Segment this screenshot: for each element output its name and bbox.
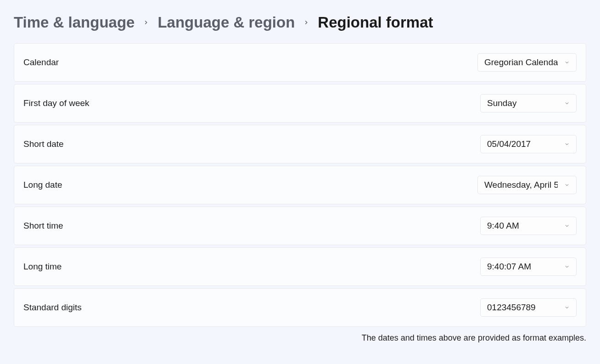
breadcrumb-time-language[interactable]: Time & language <box>14 14 135 31</box>
setting-row-standard-digits: Standard digits 0123456789 <box>14 288 586 327</box>
dropdown-standard-digits[interactable]: 0123456789 <box>480 298 577 317</box>
chevron-down-icon <box>564 305 570 310</box>
chevron-down-icon <box>564 264 570 269</box>
chevron-right-icon <box>303 19 309 26</box>
dropdown-value: 9:40 AM <box>487 221 519 231</box>
chevron-down-icon <box>564 223 570 229</box>
dropdown-value: 0123456789 <box>487 302 536 313</box>
setting-row-calendar: Calendar Gregorian Calendar <box>14 43 586 82</box>
chevron-down-icon <box>564 60 570 65</box>
dropdown-short-date[interactable]: 05/04/2017 <box>480 135 577 153</box>
setting-label-long-time: Long time <box>23 262 62 272</box>
breadcrumb-current: Regional format <box>318 14 433 31</box>
chevron-down-icon <box>564 182 570 188</box>
chevron-down-icon <box>564 101 570 106</box>
chevron-right-icon <box>143 19 149 26</box>
setting-label-short-time: Short time <box>23 221 63 231</box>
setting-label-calendar: Calendar <box>23 57 59 67</box>
setting-row-long-time: Long time 9:40:07 AM <box>14 247 586 286</box>
setting-row-short-time: Short time 9:40 AM <box>14 207 586 245</box>
dropdown-value: 05/04/2017 <box>487 139 531 149</box>
setting-label-short-date: Short date <box>23 139 64 149</box>
setting-label-standard-digits: Standard digits <box>23 302 82 313</box>
footer-note: The dates and times above are provided a… <box>14 333 586 343</box>
setting-row-short-date: Short date 05/04/2017 <box>14 125 586 163</box>
dropdown-value: Wednesday, April 5, <box>484 180 558 190</box>
dropdown-first-day-of-week[interactable]: Sunday <box>480 94 577 112</box>
dropdown-long-time[interactable]: 9:40:07 AM <box>480 258 577 276</box>
breadcrumb-language-region[interactable]: Language & region <box>157 14 295 31</box>
setting-row-first-day-of-week: First day of week Sunday <box>14 84 586 123</box>
dropdown-short-time[interactable]: 9:40 AM <box>480 217 577 235</box>
dropdown-long-date[interactable]: Wednesday, April 5, <box>477 176 577 194</box>
dropdown-value: 9:40:07 AM <box>487 262 531 272</box>
dropdown-value: Sunday <box>487 98 516 108</box>
breadcrumb: Time & language Language & region Region… <box>14 14 586 31</box>
setting-label-long-date: Long date <box>23 180 62 190</box>
setting-row-long-date: Long date Wednesday, April 5, <box>14 166 586 204</box>
dropdown-calendar[interactable]: Gregorian Calendar <box>477 53 577 72</box>
chevron-down-icon <box>564 141 570 147</box>
settings-list: Calendar Gregorian Calendar First day of… <box>14 43 586 327</box>
dropdown-value: Gregorian Calendar <box>484 57 558 67</box>
setting-label-first-day-of-week: First day of week <box>23 98 90 108</box>
